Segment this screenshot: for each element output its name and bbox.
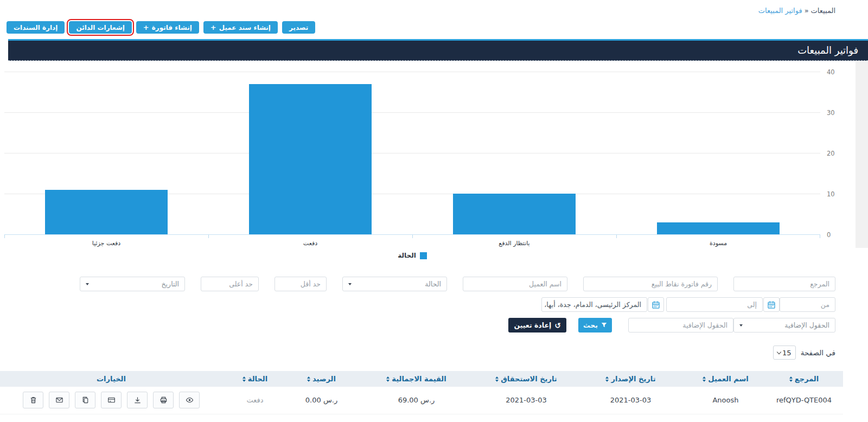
sort-icon[interactable] [789, 376, 793, 382]
cell-options [0, 387, 222, 414]
calendar-icon [652, 300, 660, 309]
col-issue-date[interactable]: تاريخ الإصدار [575, 371, 686, 387]
breadcrumb-section[interactable]: المبيعات [811, 7, 835, 15]
status-bar-chart: 010203040دفعت جزئيادفعتبانتظار الدفعمسود… [0, 61, 856, 273]
copy-button[interactable] [75, 392, 95, 408]
col-due-date[interactable]: تاريخ الاستحقاق [477, 371, 575, 387]
reset-button[interactable]: ↺ إعادة تعيين [508, 318, 566, 333]
legend-label: الحالة [398, 252, 416, 259]
branches-multiselect[interactable]: المركز الرئيسى، الدمام، جدة، أبها، الخ [541, 297, 647, 312]
date-select-value: التاريخ [162, 280, 179, 288]
filters-row-3: الحقول الإضافية بحث ↺ إعادة تعيين [0, 318, 835, 333]
max-limit-input[interactable] [201, 277, 259, 291]
axis-tick [616, 235, 617, 238]
create-invoice-label: إنشاء فاتورة [152, 24, 192, 31]
create-customer-voucher-label: إنشاء سند عميل [219, 24, 271, 31]
date-from-input[interactable] [780, 297, 835, 312]
min-limit-input[interactable] [275, 277, 327, 291]
download-button[interactable] [127, 392, 148, 408]
plus-icon: + [143, 24, 149, 31]
col-total-value[interactable]: القيمة الاجمالية [355, 371, 477, 387]
cell-issue-date: 2021-03-03 [575, 387, 686, 414]
cell-status: دفعت [222, 387, 288, 414]
sort-icon[interactable] [605, 376, 609, 382]
y-axis-tick-label: 20 [827, 150, 848, 157]
date-select[interactable]: التاريخ [80, 277, 185, 291]
customer-name-input[interactable] [463, 277, 567, 291]
breadcrumb-separator: « [805, 7, 809, 15]
search-button[interactable]: بحث [578, 318, 612, 333]
email-button[interactable] [49, 392, 69, 408]
breadcrumb-current[interactable]: فواتير المبيعات [758, 7, 802, 15]
chart-plot-area: 010203040دفعت جزئيادفعتبانتظار الدفعمسود… [4, 72, 820, 235]
sort-icon[interactable] [703, 376, 706, 382]
chevron-down-icon [739, 324, 743, 327]
page-title-bar: فواتير المبيعات [8, 39, 868, 61]
sort-icon[interactable] [386, 376, 390, 382]
invoices-table: المرجع اسم العميل تاريخ الإصدار تاريخ ال… [0, 371, 843, 414]
y-axis-tick-label: 30 [827, 109, 848, 117]
refresh-icon: ↺ [554, 322, 561, 329]
sort-icon[interactable] [242, 376, 246, 382]
sort-icon[interactable] [495, 376, 499, 382]
date-to-calendar-button[interactable] [648, 297, 664, 312]
axis-tick [820, 235, 820, 238]
credit-notices-button[interactable]: إشعارات الدائن [69, 21, 131, 34]
create-customer-voucher-button[interactable]: إنشاء سند عميل+ [203, 21, 278, 34]
axis-tick [4, 235, 5, 238]
topbar: المبيعات« فواتير المبيعات تصدير إنشاء سن… [0, 0, 868, 39]
create-invoice-button[interactable]: إنشاء فاتورة+ [136, 21, 199, 34]
legend-swatch [420, 252, 427, 259]
status-select[interactable]: الحالة [342, 277, 447, 291]
view-button[interactable] [179, 392, 200, 408]
breadcrumb: المبيعات« فواتير المبيعات [758, 7, 835, 15]
axis-tick [208, 235, 209, 238]
extra-fields-input[interactable] [628, 318, 733, 333]
x-axis-category-label: دفعت [208, 240, 412, 247]
axis-tick [412, 235, 413, 238]
filters-panel: الحالة التاريخ المركز الرئيسى، الدمام، ج… [0, 277, 835, 338]
export-label: تصدير [289, 24, 308, 31]
col-reference[interactable]: المرجع [765, 371, 843, 387]
chart-bar[interactable] [45, 190, 168, 235]
envelope-icon [55, 396, 63, 404]
delete-button[interactable] [23, 392, 43, 408]
pos-invoice-number-input[interactable] [583, 277, 718, 291]
chevron-down-icon [86, 283, 89, 285]
col-customer-name[interactable]: اسم العميل [686, 371, 765, 387]
chart-bar[interactable] [249, 84, 372, 235]
manage-vouchers-button[interactable]: إدارة السندات [7, 21, 65, 34]
per-page-select[interactable]: 15 [773, 346, 796, 360]
calendar-icon [767, 300, 776, 309]
export-button[interactable]: تصدير [282, 21, 315, 34]
reference-input[interactable] [733, 277, 835, 291]
chart-bar[interactable] [453, 194, 576, 234]
date-to-input[interactable] [666, 297, 763, 312]
sort-icon[interactable] [307, 376, 310, 382]
y-axis-tick-label: 40 [827, 68, 848, 76]
gridline [4, 112, 820, 113]
date-from-calendar-button[interactable] [763, 297, 780, 312]
x-axis-category-label: مسودة [616, 240, 820, 247]
plus-icon: + [210, 24, 216, 31]
credit-notices-label: إشعارات الدائن [76, 24, 124, 31]
col-options: الخيارات [0, 371, 222, 387]
col-status[interactable]: الحالة [222, 371, 288, 387]
eye-icon [186, 396, 194, 404]
per-page-control: في الصفحة 15 [773, 346, 835, 360]
x-axis-category-label: بانتظار الدفع [412, 240, 616, 247]
download-icon [133, 396, 142, 404]
per-page-label: في الصفحة [801, 348, 835, 357]
col-balance[interactable]: الرصيد [288, 371, 355, 387]
chart-legend[interactable]: الحالة [0, 252, 825, 259]
scrollbar-track[interactable] [856, 61, 868, 248]
chart-bar[interactable] [657, 222, 780, 235]
status-select-value: الحالة [425, 280, 441, 288]
gridline [4, 153, 820, 154]
payment-button[interactable] [101, 392, 122, 408]
print-button[interactable] [153, 392, 174, 408]
filters-row-2: المركز الرئيسى، الدمام، جدة، أبها، الخ [0, 297, 835, 312]
cell-customer-name: Anoosh [686, 387, 765, 414]
cell-balance: 0.00 ر.س [288, 387, 355, 414]
extra-fields-select[interactable]: الحقول الإضافية [733, 318, 835, 333]
